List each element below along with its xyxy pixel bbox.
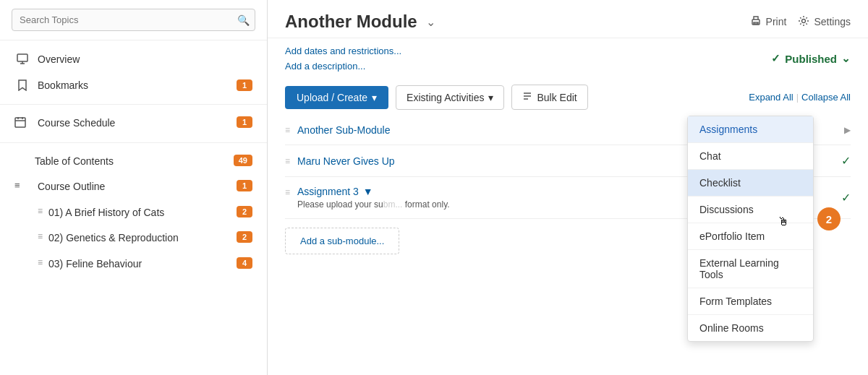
sidebar-item-course-schedule[interactable]: Course Schedule 1	[0, 111, 267, 137]
module-meta: Add dates and restrictions... Add a desc…	[268, 38, 868, 79]
dropdown-item-assignments[interactable]: Assignments	[688, 116, 813, 143]
settings-button[interactable]: Settings	[798, 15, 851, 29]
sidebar-divider-1	[0, 104, 267, 105]
dropdown-item-chat[interactable]: Chat	[688, 143, 813, 170]
existing-activities-button[interactable]: Existing Activities ▾	[396, 85, 504, 110]
main-header: Another Module ⌄ Print	[268, 0, 868, 38]
header-left: Another Module ⌄	[285, 12, 435, 32]
header-right: Print Settings	[750, 15, 851, 29]
item-03-label: 03) Feline Behaviour	[48, 257, 237, 272]
dropdown-item-online-rooms[interactable]: Online Rooms	[688, 315, 813, 341]
svg-rect-1	[15, 118, 25, 127]
outline-icon: ≡	[14, 180, 30, 191]
add-description-link[interactable]: Add a description...	[285, 61, 401, 72]
item-03-badge: 4	[237, 257, 252, 269]
drag-handle-submodule: ≡	[285, 125, 290, 135]
upload-chevron-icon: ▾	[372, 92, 377, 103]
sidebar-item-03[interactable]: ≡ 03) Feline Behaviour 4	[0, 251, 267, 277]
sidebar-item-course-outline[interactable]: ≡ Course Outline 1	[0, 174, 267, 200]
published-badge[interactable]: ✓ Published ⌄	[771, 52, 851, 65]
meta-links: Add dates and restrictions... Add a desc…	[285, 46, 401, 72]
add-dates-link[interactable]: Add dates and restrictions...	[285, 46, 401, 56]
published-label: Published	[785, 53, 837, 65]
submodule-chevron-icon: ▶	[844, 125, 851, 135]
sidebar-item-bookmarks[interactable]: Bookmarks 1	[0, 72, 267, 98]
svg-point-4	[802, 19, 806, 22]
existing-chevron-icon: ▾	[488, 92, 493, 103]
drag-icon-02: ≡	[38, 231, 43, 241]
item-02-badge: 2	[237, 231, 252, 243]
sidebar-item-overview[interactable]: Overview	[0, 46, 267, 72]
sidebar-divider-2	[0, 142, 267, 143]
search-bar: 🔍	[0, 0, 267, 40]
course-outline-label: Course Outline	[38, 180, 237, 194]
bookmarks-badge: 1	[237, 79, 252, 91]
expand-all-link[interactable]: Expand All	[749, 92, 793, 103]
overview-label: Overview	[38, 53, 252, 65]
upload-create-label: Upload / Create	[297, 92, 367, 103]
bulk-edit-label: Bulk Edit	[537, 92, 576, 103]
existing-activities-label: Existing Activities	[407, 92, 484, 103]
item-01-label: 01) A Brief History of Cats	[48, 206, 237, 220]
print-button[interactable]: Print	[750, 15, 787, 29]
search-input[interactable]	[12, 9, 255, 31]
item-02-label: 02) Genetics & Reproduction	[48, 231, 237, 246]
print-icon	[750, 15, 762, 29]
sidebar-nav: Overview Bookmarks 1 Course Schedule 1	[0, 40, 267, 283]
bulk-edit-button[interactable]: Bulk Edit	[511, 85, 587, 110]
collapse-all-link[interactable]: Collapse All	[801, 92, 851, 103]
course-schedule-badge: 1	[237, 116, 252, 128]
course-outline-badge: 1	[237, 180, 252, 191]
print-label: Print	[766, 16, 787, 27]
toolbar: Upload / Create ▾ Existing Activities ▾ …	[268, 79, 868, 116]
dropdown-item-eportfolio[interactable]: ePortfolio Item	[688, 223, 813, 250]
calendar-icon	[14, 116, 30, 130]
check-icon: ✓	[771, 52, 780, 65]
sidebar-item-02[interactable]: ≡ 02) Genetics & Reproduction 2	[0, 225, 267, 251]
svg-rect-3	[754, 22, 758, 24]
module-title-chevron[interactable]: ⌄	[426, 15, 435, 29]
sidebar-item-toc[interactable]: Table of Contents 49	[0, 149, 267, 175]
drag-icon-03: ≡	[38, 257, 43, 267]
sidebar-item-01[interactable]: ≡ 01) A Brief History of Cats 2	[0, 200, 267, 226]
monitor-icon	[14, 53, 30, 65]
sidebar: 🔍 Overview Bookmarks 1	[0, 0, 268, 375]
svg-rect-0	[17, 54, 27, 61]
published-chevron-icon: ⌄	[841, 52, 851, 65]
dropdown-item-external-learning[interactable]: External Learning Tools	[688, 250, 813, 288]
drag-handle-maru: ≡	[285, 156, 290, 166]
dropdown-item-discussions[interactable]: Discussions	[688, 197, 813, 223]
maru-check-icon: ✓	[841, 154, 851, 168]
bookmarks-label: Bookmarks	[38, 79, 237, 91]
upload-create-button[interactable]: Upload / Create ▾	[285, 86, 388, 109]
toc-badge: 49	[234, 155, 252, 166]
dropdown-item-checklist[interactable]: Checklist	[688, 170, 813, 197]
add-submodule-link[interactable]: Add a sub-module...	[285, 228, 399, 254]
bulk-edit-icon	[522, 91, 532, 103]
assignment3-check-icon: ✓	[841, 191, 851, 204]
divider: |	[796, 92, 799, 103]
search-wrapper: 🔍	[12, 9, 255, 31]
drag-icon-01: ≡	[38, 206, 43, 216]
expand-collapse: Expand All | Collapse All	[749, 92, 851, 103]
main-content: Another Module ⌄ Print	[268, 0, 868, 375]
step-badge: 2	[817, 207, 841, 230]
search-icon: 🔍	[237, 14, 250, 26]
gear-icon	[798, 15, 809, 29]
bookmark-icon	[14, 79, 30, 91]
dropdown-item-form-templates[interactable]: Form Templates	[688, 288, 813, 315]
settings-label: Settings	[814, 16, 851, 27]
toc-label: Table of Contents	[14, 155, 234, 169]
existing-activities-dropdown: Assignments Chat Checklist Discussions e…	[687, 116, 814, 342]
assignment3-chevron-icon: ▼	[363, 186, 373, 197]
module-title: Another Module	[285, 12, 417, 32]
course-schedule-label: Course Schedule	[38, 116, 237, 131]
drag-handle-assignment3: ≡	[285, 186, 290, 197]
item-01-badge: 2	[237, 206, 252, 217]
